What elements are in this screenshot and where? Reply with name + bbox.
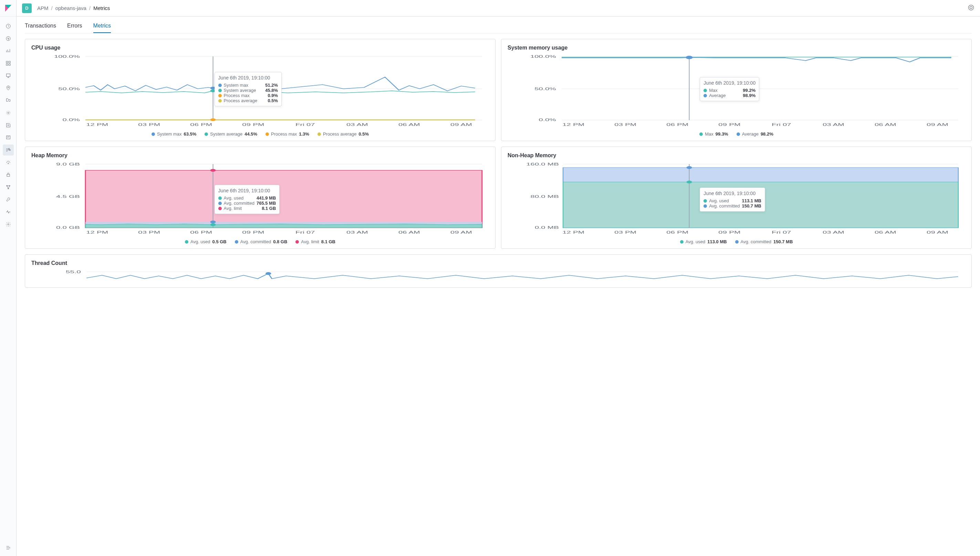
svg-text:09 PM: 09 PM [718, 123, 740, 127]
svg-text:09 AM: 09 AM [927, 230, 948, 234]
svg-text:100.0%: 100.0% [54, 54, 80, 59]
svg-text:06 AM: 06 AM [875, 230, 896, 234]
svg-text:50.0%: 50.0% [535, 87, 556, 91]
panel-thread: Thread Count 55.0 [25, 254, 972, 288]
thread-chart[interactable]: 55.0 [31, 268, 965, 282]
x-axis: 12 PM 03 PM 06 PM 09 PM Fri 07 03 AM 06 … [562, 230, 948, 234]
svg-point-93 [687, 181, 692, 183]
svg-text:0.0 GB: 0.0 GB [56, 225, 80, 230]
legend-item[interactable]: System average 44.5% [204, 131, 257, 137]
svg-text:Fri 07: Fri 07 [295, 230, 315, 234]
svg-text:06 AM: 06 AM [398, 230, 420, 234]
svg-rect-3 [9, 61, 10, 63]
svg-text:12 PM: 12 PM [562, 230, 584, 234]
legend-item[interactable]: Average 98.2% [737, 131, 773, 137]
legend-item[interactable]: Avg. committed 150.7 MB [735, 239, 793, 244]
svg-text:06 PM: 06 PM [666, 123, 688, 127]
memory-tooltip: June 6th 2019, 19:10:00 Max99.2% Average… [700, 77, 759, 101]
legend-item[interactable]: Avg. committed 0.8 GB [235, 239, 288, 244]
svg-text:55.0: 55.0 [66, 270, 81, 274]
svg-rect-2 [6, 61, 8, 63]
svg-text:160.0 MB: 160.0 MB [526, 162, 559, 166]
security-icon[interactable] [3, 169, 14, 180]
svg-point-20 [970, 6, 972, 9]
legend-item[interactable]: System max 63.5% [152, 131, 196, 137]
svg-point-18 [8, 224, 9, 225]
tab-errors[interactable]: Errors [67, 23, 82, 33]
svg-text:03 AM: 03 AM [347, 123, 368, 127]
svg-text:06 PM: 06 PM [190, 123, 212, 127]
maps-icon[interactable] [3, 82, 14, 94]
feedback-icon[interactable] [968, 4, 975, 12]
breadcrumb-apm[interactable]: APM [37, 5, 49, 11]
dashboard-icon[interactable] [3, 58, 14, 69]
svg-text:03 PM: 03 PM [138, 230, 160, 234]
legend-item[interactable]: Avg. limit 8.1 GB [295, 239, 335, 244]
devtools-icon[interactable] [3, 194, 14, 205]
collapse-icon[interactable] [3, 542, 14, 553]
discover-icon[interactable] [3, 33, 14, 44]
panel-memory: System memory usage 100.0% 50.0% 0.0% 12… [501, 39, 972, 141]
legend-item[interactable]: Process max 1.3% [266, 131, 309, 137]
svg-text:06 AM: 06 AM [875, 123, 896, 127]
legend-item[interactable]: Max 99.3% [699, 131, 728, 137]
cpu-legend: System max 63.5% System average 44.5% Pr… [31, 131, 489, 137]
svg-rect-6 [6, 74, 10, 77]
svg-text:80.0 MB: 80.0 MB [531, 194, 559, 199]
svg-rect-4 [6, 64, 8, 65]
kibana-logo[interactable] [0, 0, 16, 16]
svg-point-13 [8, 163, 9, 164]
svg-point-19 [969, 5, 974, 10]
svg-text:03 AM: 03 AM [347, 230, 368, 234]
legend-item[interactable]: Avg. used 0.5 GB [185, 239, 227, 244]
svg-point-8 [8, 112, 9, 113]
tab-transactions[interactable]: Transactions [25, 23, 56, 33]
logs-icon[interactable] [3, 120, 14, 131]
uptime-icon[interactable] [3, 157, 14, 168]
tab-metrics[interactable]: Metrics [93, 23, 111, 33]
svg-text:12 PM: 12 PM [86, 123, 108, 127]
svg-text:12 PM: 12 PM [86, 230, 108, 234]
svg-text:0.0%: 0.0% [539, 118, 556, 122]
svg-rect-14 [7, 175, 10, 176]
svg-text:0.0%: 0.0% [63, 118, 80, 122]
management-icon[interactable] [3, 219, 14, 230]
svg-text:03 PM: 03 PM [138, 123, 160, 127]
space-selector[interactable]: D [22, 3, 32, 13]
breadcrumb-service[interactable]: opbeans-java [55, 5, 86, 11]
graph-icon[interactable] [3, 182, 14, 193]
ml-icon[interactable] [3, 95, 14, 106]
apm-icon[interactable] [3, 144, 14, 155]
visualize-icon[interactable] [3, 45, 14, 57]
svg-rect-12 [9, 150, 10, 151]
x-axis: 12 PM 03 PM 06 PM 09 PM Fri 07 03 AM 06 … [86, 230, 472, 234]
svg-text:03 AM: 03 AM [823, 123, 844, 127]
svg-text:06 AM: 06 AM [398, 123, 420, 127]
recent-icon[interactable] [3, 21, 14, 32]
legend-item[interactable]: Process average 0.5% [317, 131, 369, 137]
legend-item[interactable]: Avg. used 113.0 MB [680, 239, 727, 244]
svg-rect-69 [86, 170, 482, 228]
tabs: Transactions Errors Metrics [25, 16, 972, 33]
svg-text:06 PM: 06 PM [666, 230, 688, 234]
infra-icon[interactable] [3, 107, 14, 118]
svg-text:06 PM: 06 PM [190, 230, 212, 234]
svg-text:50.0%: 50.0% [58, 87, 80, 91]
monitoring-icon[interactable] [3, 207, 14, 217]
svg-text:03 PM: 03 PM [614, 123, 637, 127]
svg-text:03 AM: 03 AM [823, 230, 844, 234]
svg-text:0.0 MB: 0.0 MB [535, 225, 559, 230]
svg-point-96 [266, 272, 271, 275]
svg-text:100.0%: 100.0% [530, 54, 556, 59]
svg-text:09 PM: 09 PM [242, 123, 264, 127]
siem-icon[interactable] [3, 132, 14, 143]
svg-text:09 PM: 09 PM [242, 230, 264, 234]
svg-text:Fri 07: Fri 07 [295, 123, 315, 127]
canvas-icon[interactable] [3, 70, 14, 81]
svg-point-92 [687, 166, 692, 169]
panel-title: Thread Count [31, 260, 965, 266]
svg-point-38 [211, 118, 216, 121]
svg-text:09 AM: 09 AM [450, 123, 472, 127]
svg-text:09 PM: 09 PM [718, 230, 740, 234]
panel-title: CPU usage [31, 45, 489, 51]
